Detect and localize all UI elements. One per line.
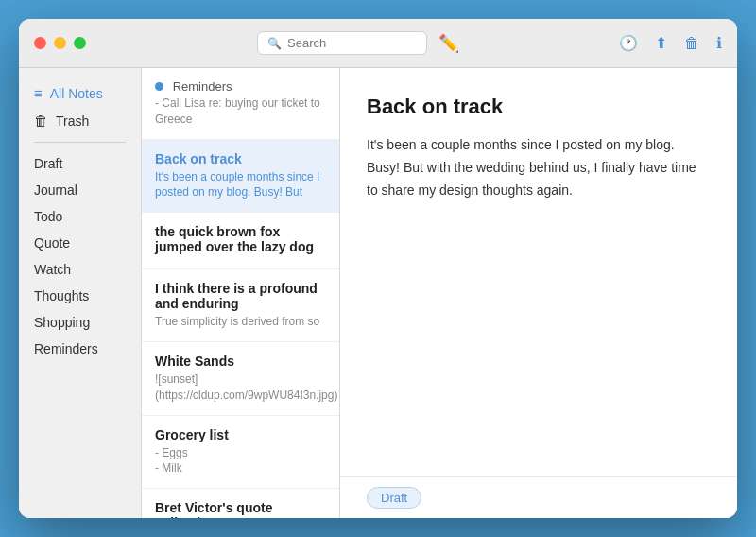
folder-label: Reminders bbox=[34, 341, 98, 356]
sidebar-item-all-notes[interactable]: ≡ All Notes bbox=[19, 79, 141, 107]
detail-body[interactable]: It's been a couple months since I posted… bbox=[367, 134, 711, 201]
minimize-button[interactable] bbox=[54, 37, 66, 49]
search-box[interactable]: 🔍 bbox=[257, 31, 427, 55]
sidebar-item-journal[interactable]: Journal bbox=[19, 177, 141, 203]
share-icon[interactable]: ⬆ bbox=[655, 34, 667, 52]
delete-icon[interactable]: 🗑 bbox=[684, 35, 699, 52]
detail-title: Back on track bbox=[367, 95, 711, 119]
note-item-grocery[interactable]: Grocery list - Eggs- Milk bbox=[142, 416, 339, 490]
note-preview: - Call Lisa re: buying our ticket to Gre… bbox=[155, 95, 326, 128]
search-input[interactable] bbox=[287, 36, 417, 50]
note-title: the quick brown fox jumped over the lazy… bbox=[155, 224, 326, 254]
folder-label: Shopping bbox=[34, 315, 90, 330]
sidebar-item-thoughts[interactable]: Thoughts bbox=[19, 283, 141, 309]
note-preview: It's been a couple months since I posted… bbox=[155, 169, 326, 201]
folder-label: Thoughts bbox=[34, 288, 89, 303]
note-title: I think there is a profound and enduring bbox=[155, 281, 326, 311]
folder-label: Journal bbox=[34, 182, 77, 198]
note-item-reminders[interactable]: Reminders - Call Lisa re: buying our tic… bbox=[142, 68, 339, 140]
sidebar-item-draft[interactable]: Draft bbox=[19, 150, 141, 177]
note-item-profound[interactable]: I think there is a profound and enduring… bbox=[142, 269, 339, 342]
folder-label: Watch bbox=[34, 262, 71, 277]
note-title: Bret Victor's quote collection bbox=[155, 500, 326, 518]
toolbar-actions: 🕐 ⬆ 🗑 ℹ bbox=[619, 34, 722, 52]
close-button[interactable] bbox=[34, 37, 46, 49]
trash-icon: 🗑 bbox=[34, 113, 48, 129]
detail-footer: Draft bbox=[340, 476, 737, 518]
sidebar-item-label: Trash bbox=[56, 113, 89, 129]
sidebar-item-reminders[interactable]: Reminders bbox=[19, 336, 141, 362]
all-notes-icon: ≡ bbox=[34, 85, 43, 101]
note-item-back-on-track[interactable]: Back on track It's been a couple months … bbox=[142, 140, 339, 214]
folder-label: Todo bbox=[34, 209, 62, 224]
note-preview: True simplicity is derived from so bbox=[155, 314, 326, 330]
note-item-bret-victor[interactable]: Bret Victor's quote collection Alan Moor… bbox=[142, 489, 339, 518]
reminders-dot bbox=[155, 82, 163, 91]
compose-icon[interactable]: ✏️ bbox=[438, 33, 459, 54]
maximize-button[interactable] bbox=[74, 37, 86, 49]
sidebar-item-shopping[interactable]: Shopping bbox=[19, 309, 141, 336]
titlebar-center: 🔍 ✏️ bbox=[97, 31, 619, 55]
note-title: Grocery list bbox=[155, 427, 326, 442]
folder-label: Quote bbox=[34, 235, 70, 251]
note-title: White Sands bbox=[155, 354, 326, 369]
search-icon: 🔍 bbox=[267, 37, 282, 50]
folder-label: Draft bbox=[34, 156, 62, 171]
tag-badge[interactable]: Draft bbox=[367, 487, 421, 509]
note-preview: - Eggs- Milk bbox=[155, 445, 326, 477]
sidebar-item-label: All Notes bbox=[50, 86, 103, 101]
note-item-white-sands[interactable]: White Sands ![sunset](https://cldup.com/… bbox=[142, 342, 339, 416]
sidebar-item-watch[interactable]: Watch bbox=[19, 256, 141, 283]
main-content: ≡ All Notes 🗑 Trash Draft Journal Todo Q… bbox=[19, 68, 737, 518]
detail-pane: Back on track It's been a couple months … bbox=[340, 68, 737, 518]
traffic-lights bbox=[34, 37, 86, 49]
sidebar-item-todo[interactable]: Todo bbox=[19, 203, 141, 230]
info-icon[interactable]: ℹ bbox=[716, 34, 722, 52]
notes-list: Reminders - Call Lisa re: buying our tic… bbox=[142, 68, 340, 518]
app-window: 🔍 ✏️ 🕐 ⬆ 🗑 ℹ ≡ All Notes 🗑 Trash bbox=[19, 19, 737, 518]
note-title: Back on track bbox=[155, 151, 326, 166]
note-preview: ![sunset](https://cldup.com/9wpWU84I3n.j… bbox=[155, 372, 326, 404]
sidebar-item-quote[interactable]: Quote bbox=[19, 230, 141, 256]
titlebar: 🔍 ✏️ 🕐 ⬆ 🗑 ℹ bbox=[19, 19, 737, 68]
sidebar-item-trash[interactable]: 🗑 Trash bbox=[19, 107, 141, 134]
sidebar: ≡ All Notes 🗑 Trash Draft Journal Todo Q… bbox=[19, 68, 142, 518]
note-title: Reminders bbox=[155, 79, 326, 94]
note-item-quick-brown-fox[interactable]: the quick brown fox jumped over the lazy… bbox=[142, 213, 339, 269]
history-icon[interactable]: 🕐 bbox=[619, 34, 638, 52]
sidebar-divider bbox=[34, 142, 126, 143]
detail-content: Back on track It's been a couple months … bbox=[340, 68, 737, 476]
